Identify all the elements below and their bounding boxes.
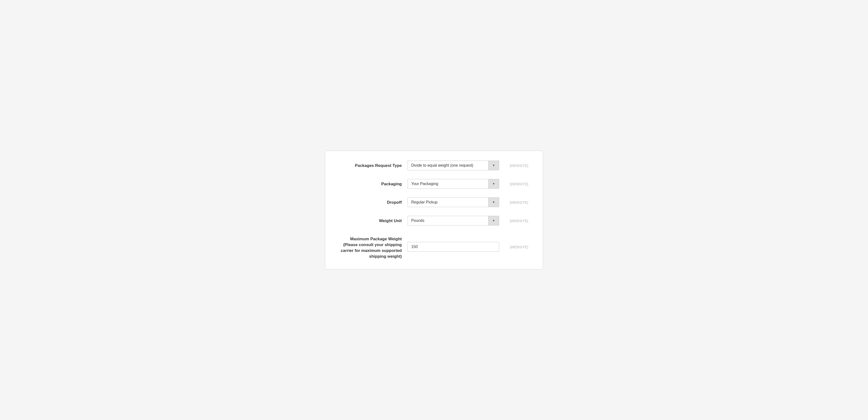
dropoff-label: Dropoff — [340, 200, 408, 205]
max-package-weight-control — [408, 242, 499, 252]
packaging-dropdown-btn[interactable] — [488, 179, 499, 188]
weight-unit-value: Pounds — [408, 216, 488, 225]
weight-unit-control: Pounds — [408, 216, 499, 226]
max-package-weight-input[interactable] — [408, 242, 499, 252]
dropoff-control: Regular Pickup — [408, 198, 499, 207]
settings-form: Packages Request Type Divide to equal we… — [325, 151, 543, 269]
weight-unit-select[interactable]: Pounds — [408, 216, 499, 226]
dropoff-select[interactable]: Regular Pickup — [408, 198, 499, 207]
packages-request-type-row: Packages Request Type Divide to equal we… — [340, 160, 528, 170]
dropoff-value: Regular Pickup — [408, 198, 488, 207]
packaging-label: Packaging — [340, 181, 408, 187]
dropoff-dropdown-btn[interactable] — [488, 198, 499, 207]
packages-request-type-dropdown-btn[interactable] — [488, 161, 499, 170]
dropoff-scope: [WEBSITE] — [499, 200, 528, 204]
max-package-weight-scope: [WEBSITE] — [499, 245, 528, 249]
weight-unit-dropdown-btn[interactable] — [488, 216, 499, 225]
packages-request-type-control: Divide to equal weight (one request) — [408, 160, 499, 170]
packages-request-type-value: Divide to equal weight (one request) — [408, 161, 488, 170]
packaging-control: Your Packaging — [408, 179, 499, 189]
packaging-value: Your Packaging — [408, 179, 488, 188]
max-package-weight-row: Maximum Package Weight (Please consult y… — [340, 234, 528, 259]
weight-unit-scope: [WEBSITE] — [499, 219, 528, 223]
max-package-weight-label: Maximum Package Weight (Please consult y… — [340, 234, 408, 259]
packaging-row: Packaging Your Packaging [WEBSITE] — [340, 179, 528, 189]
packaging-select[interactable]: Your Packaging — [408, 179, 499, 189]
weight-unit-label: Weight Unit — [340, 218, 408, 224]
packaging-scope: [WEBSITE] — [499, 182, 528, 186]
weight-unit-row: Weight Unit Pounds [WEBSITE] — [340, 216, 528, 226]
packages-request-type-label: Packages Request Type — [340, 163, 408, 169]
dropoff-row: Dropoff Regular Pickup [WEBSITE] — [340, 198, 528, 207]
packages-request-type-select[interactable]: Divide to equal weight (one request) — [408, 160, 499, 170]
packages-request-type-scope: [WEBSITE] — [499, 163, 528, 168]
